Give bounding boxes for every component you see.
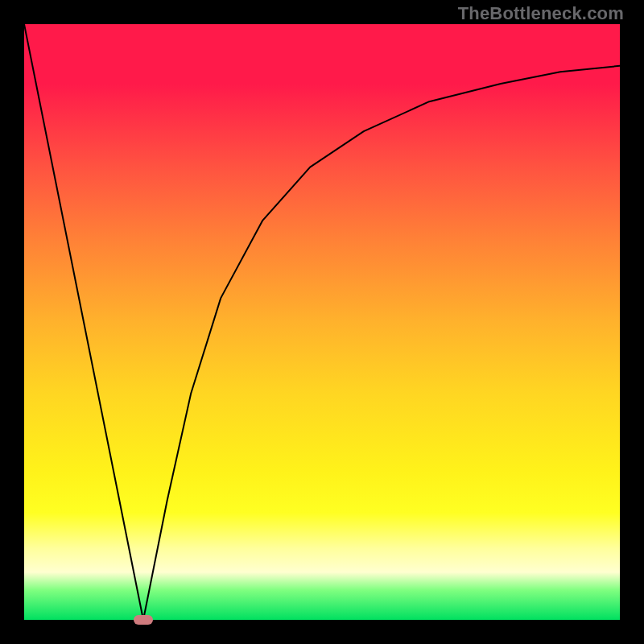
bottleneck-curve bbox=[24, 24, 620, 620]
minimum-marker bbox=[134, 615, 153, 625]
curve-svg bbox=[24, 24, 620, 620]
watermark-text: TheBottleneck.com bbox=[458, 3, 624, 24]
plot-area bbox=[24, 24, 620, 620]
chart-frame: TheBottleneck.com bbox=[0, 0, 644, 644]
